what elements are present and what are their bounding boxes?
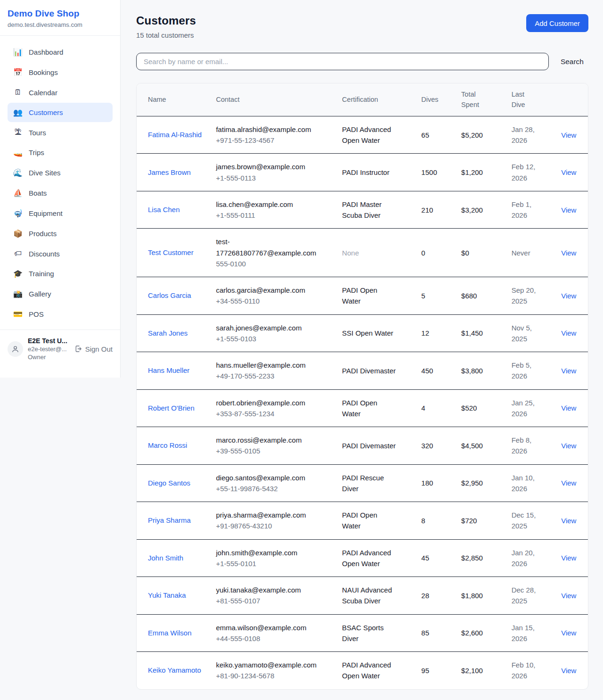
sign-out-button[interactable]: Sign Out <box>74 345 113 353</box>
cell-name: Yuki Tanaka <box>137 577 204 615</box>
search-input[interactable] <box>136 53 549 70</box>
view-customer-link[interactable]: View <box>561 206 576 214</box>
customer-phone: +34-555-0110 <box>216 296 331 306</box>
sidebar-item-dive-sites[interactable]: 🌊Dive Sites <box>8 163 113 182</box>
customer-name-link[interactable]: Emma Wilson <box>148 627 192 639</box>
sidebar-item-boats[interactable]: ⛵Boats <box>8 183 113 203</box>
cell-contact: james.brown@example.com+1-555-0113 <box>204 154 331 191</box>
sidebar-item-products[interactable]: 📦Products <box>8 224 113 243</box>
customer-name-link[interactable]: Robert O'Brien <box>148 403 195 414</box>
cell-last-dive: Jan 15, 2026 <box>500 614 550 652</box>
customer-name-link[interactable]: Hans Mueller <box>148 365 189 376</box>
customer-phone: +81-555-0107 <box>216 595 331 606</box>
table-row: Priya Sharmapriya.sharma@example.com+91-… <box>137 502 588 540</box>
add-customer-button[interactable]: Add Customer <box>526 14 588 32</box>
view-customer-link[interactable]: View <box>561 517 576 525</box>
sidebar-item-label: Customers <box>29 108 63 116</box>
cell-action: View <box>550 502 588 540</box>
customer-name-link[interactable]: Fatima Al-Rashid <box>148 129 202 140</box>
customer-total-spent: $720 <box>461 517 477 525</box>
customer-total-spent: $2,600 <box>461 629 483 637</box>
cell-certification: PADI Rescue Diver <box>331 464 410 502</box>
view-customer-link[interactable]: View <box>561 249 576 257</box>
cell-action: View <box>550 314 588 352</box>
customer-name-link[interactable]: Test Customer <box>148 247 194 258</box>
sidebar-item-equipment[interactable]: 🤿Equipment <box>8 204 113 223</box>
customer-name-link[interactable]: John Smith <box>148 552 183 564</box>
customer-certification: PADI Rescue Diver <box>342 472 398 494</box>
sidebar-item-pos[interactable]: 💳POS <box>8 305 113 324</box>
sidebar-item-customers[interactable]: 👥Customers <box>8 103 113 122</box>
view-customer-link[interactable]: View <box>561 404 576 412</box>
view-customer-link[interactable]: View <box>561 367 576 375</box>
customer-name-link[interactable]: James Brown <box>148 167 191 178</box>
view-customer-link[interactable]: View <box>561 667 576 675</box>
sidebar-item-label: Trips <box>29 148 44 156</box>
customer-dives: 45 <box>421 554 429 562</box>
cell-total-spent: $1,450 <box>450 314 500 352</box>
customer-name-link[interactable]: Marco Rossi <box>148 440 187 451</box>
package-icon: 📦 <box>13 229 23 238</box>
customer-name-link[interactable]: Keiko Yamamoto <box>148 665 201 676</box>
customer-last-dive: Feb 1, 2026 <box>512 199 542 221</box>
cell-total-spent: $520 <box>450 389 500 427</box>
customer-phone: +1-555-0103 <box>216 333 331 344</box>
cell-certification: PADI Advanced Open Water <box>331 652 410 689</box>
customer-name-link[interactable]: Diego Santos <box>148 478 190 489</box>
page-header-text: Customers 15 total customers <box>136 14 196 39</box>
view-customer-link[interactable]: View <box>561 629 576 637</box>
cell-dives: 95 <box>410 652 450 689</box>
cell-name: Sarah Jones <box>137 314 204 352</box>
cell-name: Lisa Chen <box>137 191 204 229</box>
cell-certification: PADI Advanced Open Water <box>331 539 410 577</box>
customer-phone: +44-555-0108 <box>216 633 331 644</box>
sidebar-item-calendar[interactable]: 🗓Calendar <box>8 83 113 102</box>
cell-contact: marco.rossi@example.com+39-555-0105 <box>204 427 331 465</box>
sidebar-item-trips[interactable]: 🚤Trips <box>8 143 113 162</box>
view-customer-link[interactable]: View <box>561 329 576 337</box>
customer-phone: +55-11-99876-5432 <box>216 483 331 494</box>
sidebar-item-gallery[interactable]: 📸Gallery <box>8 284 113 304</box>
customer-name-link[interactable]: Carlos Garcia <box>148 290 191 301</box>
customer-phone: +971-55-123-4567 <box>216 135 331 146</box>
customer-email: john.smith@example.com <box>216 547 325 558</box>
view-customer-link[interactable]: View <box>561 479 576 487</box>
cell-total-spent: $680 <box>450 277 500 315</box>
cell-dives: 180 <box>410 464 450 502</box>
cell-contact: priya.sharma@example.com+91-98765-43210 <box>204 502 331 540</box>
customer-total-spent: $2,850 <box>461 554 483 562</box>
sidebar-item-dashboard[interactable]: 📊Dashboard <box>8 42 113 62</box>
customer-dives: 12 <box>421 329 429 337</box>
view-customer-link[interactable]: View <box>561 442 576 450</box>
customer-total-spent: $0 <box>461 249 469 257</box>
customer-email: sarah.jones@example.com <box>216 322 325 333</box>
customer-name-link[interactable]: Priya Sharma <box>148 515 191 526</box>
cell-action: View <box>550 427 588 465</box>
credit-card-icon: 💳 <box>13 310 23 319</box>
customer-name-link[interactable]: Sarah Jones <box>148 328 187 339</box>
cell-contact: hans.mueller@example.com+49-170-555-2233 <box>204 352 331 390</box>
customer-name-link[interactable]: Yuki Tanaka <box>148 590 186 601</box>
sidebar-item-discounts[interactable]: 🏷Discounts <box>8 244 113 263</box>
view-customer-link[interactable]: View <box>561 168 576 176</box>
customer-total-spent: $680 <box>461 292 477 300</box>
customer-name-link[interactable]: Lisa Chen <box>148 204 180 215</box>
sidebar-item-bookings[interactable]: 📅Bookings <box>8 63 113 82</box>
search-button[interactable]: Search <box>561 58 584 66</box>
cell-contact: robert.obrien@example.com+353-87-555-123… <box>204 389 331 427</box>
sign-out-label: Sign Out <box>85 345 113 353</box>
view-customer-link[interactable]: View <box>561 292 576 300</box>
table-row: Diego Santosdiego.santos@example.com+55-… <box>137 464 588 502</box>
cell-last-dive: Jan 10, 2026 <box>500 464 550 502</box>
sidebar-item-training[interactable]: 🎓Training <box>8 264 113 283</box>
customer-email: yuki.tanaka@example.com <box>216 585 325 595</box>
cell-action: View <box>550 464 588 502</box>
cell-total-spent: $2,950 <box>450 464 500 502</box>
column-header-action <box>550 83 588 116</box>
customer-certification: BSAC Sports Diver <box>342 622 398 644</box>
sidebar-item-tours[interactable]: 🏝Tours <box>8 123 113 142</box>
view-customer-link[interactable]: View <box>561 131 576 139</box>
view-customer-link[interactable]: View <box>561 592 576 600</box>
view-customer-link[interactable]: View <box>561 554 576 562</box>
cell-certification: BSAC Sports Diver <box>331 614 410 652</box>
